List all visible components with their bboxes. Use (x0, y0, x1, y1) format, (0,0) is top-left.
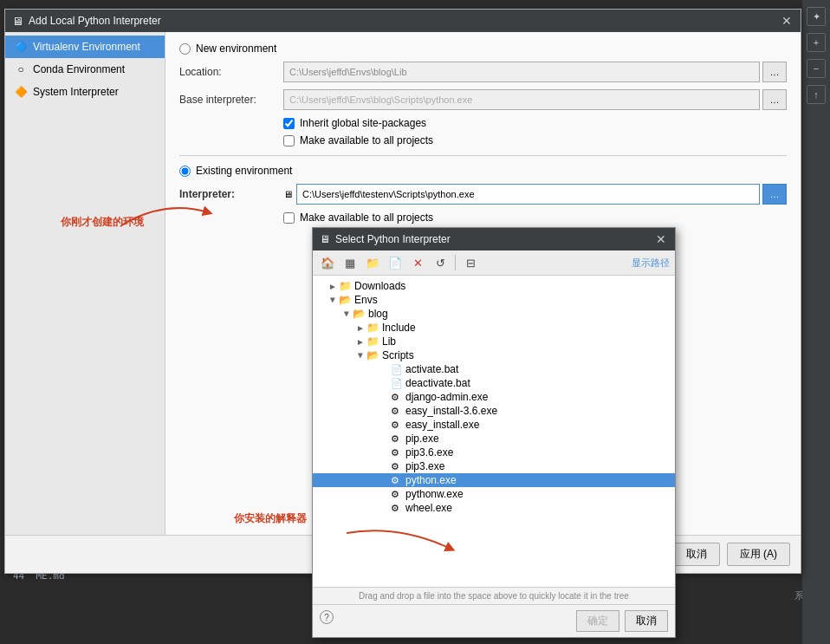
help-icon[interactable]: ? (320, 610, 334, 624)
lib-arrow: ► (354, 337, 366, 347)
tree-item-pip3[interactable]: ► ⚙ pip3.exe (313, 459, 675, 473)
inherit-row: Inherit global site-packages (283, 117, 787, 129)
tree-item-scripts[interactable]: ► 📂 Scripts (313, 348, 675, 362)
blog-label: blog (368, 308, 388, 320)
conda-icon: ○ (14, 62, 28, 76)
dialog-title: Add Local Python Interpreter (29, 15, 161, 27)
toolbar-sep (455, 255, 456, 270)
base-interpreter-input[interactable] (283, 89, 760, 110)
make-available-new-label: Make available to all projects (300, 134, 433, 146)
tree-item-wheel[interactable]: ► ⚙ wheel.exe (313, 501, 675, 515)
new-env-label: New environment (196, 42, 276, 55)
sidebar-item-conda[interactable]: ○ Conda Environment (5, 58, 165, 81)
existing-env-label: Existing environment (196, 165, 292, 177)
tree-item-easy-install[interactable]: ► ⚙ easy_install.exe (313, 418, 675, 432)
tree-item-blog[interactable]: ► 📂 blog (313, 307, 675, 321)
select-dialog-close[interactable]: ✕ (654, 232, 668, 246)
location-input[interactable] (283, 62, 760, 82)
virtualenv-icon: 🔷 (14, 40, 28, 54)
envs-folder-icon: 📂 (339, 294, 352, 306)
pip3-icon: ⚙ (391, 460, 403, 472)
scripts-folder-icon: 📂 (366, 349, 379, 361)
tree-item-pip36[interactable]: ► ⚙ pip3.6.exe (313, 446, 675, 459)
tree-item-django-admin[interactable]: ► ⚙ django-admin.exe (313, 390, 675, 404)
toolbar-collapse-btn[interactable]: ⊟ (461, 253, 480, 272)
python-exe-icon: ⚙ (391, 474, 403, 486)
inherit-checkbox[interactable] (283, 118, 295, 129)
easy-install-36-label: easy_install-3.6.exe (405, 405, 497, 417)
django-admin-icon: ⚙ (391, 391, 403, 403)
interpreter-input[interactable] (296, 184, 760, 205)
main-dialog-close[interactable]: ✕ (780, 14, 794, 28)
toolbar-view-btn[interactable]: ▦ (340, 253, 360, 272)
select-dialog-titlebar: 🖥 Select Python Interpreter ✕ (313, 228, 675, 250)
select-cancel-button[interactable]: 取消 (625, 610, 668, 632)
select-dialog-icon: 🖥 (320, 233, 330, 245)
pip3-label: pip3.exe (405, 460, 444, 472)
make-available-new-checkbox[interactable] (283, 135, 295, 146)
scripts-arrow: ► (356, 349, 366, 361)
tree-item-lib[interactable]: ► 📁 Lib (313, 335, 675, 348)
tree-item-include[interactable]: ► 📁 Include (313, 321, 675, 335)
new-env-radio-row: New environment (179, 42, 787, 55)
toolbar-home-btn[interactable]: 🏠 (318, 253, 337, 272)
make-available-existing-label: Make available to all projects (300, 211, 433, 224)
apply-button[interactable]: 应用 (A) (727, 543, 790, 566)
tree-item-deactivate-bat[interactable]: ► 📄 deactivate.bat (313, 376, 675, 390)
blog-arrow: ► (342, 308, 352, 320)
titlebar-left: 🖥 Add Local Python Interpreter (12, 15, 161, 28)
tree-item-pythonw[interactable]: ► ⚙ pythonw.exe (313, 487, 675, 501)
sidebar: 🔷 Virtualenv Environment ○ Conda Environ… (5, 32, 165, 535)
blog-folder-icon: 📂 (353, 308, 366, 320)
tree-item-easy-install-36[interactable]: ► ⚙ easy_install-3.6.exe (313, 404, 675, 418)
toolbar-new-folder-btn[interactable]: 📁 (363, 253, 382, 272)
dialog-icon: 🖥 (12, 15, 23, 28)
select-toolbar: 🏠 ▦ 📁 📄 ✕ ↺ ⊟ 显示路径 (313, 250, 675, 276)
tree-item-downloads[interactable]: ► 📁 Downloads (313, 279, 675, 293)
tree-item-pip[interactable]: ► ⚙ pip.exe (313, 432, 675, 446)
tree-item-python[interactable]: ► ⚙ python.exe (313, 473, 675, 487)
deactivate-bat-label: deactivate.bat (405, 377, 470, 389)
base-interpreter-label: Base interpreter: (179, 94, 283, 106)
include-arrow: ► (354, 323, 366, 333)
select-dialog-titlebar-left: 🖥 Select Python Interpreter (320, 233, 451, 245)
toolbar-refresh-btn[interactable]: ↺ (431, 253, 450, 272)
wheel-icon: ⚙ (391, 502, 403, 514)
sidebar-item-label-conda: Conda Environment (33, 63, 125, 75)
easy-install-label: easy_install.exe (405, 419, 479, 431)
interpreter-browse-btn[interactable]: … (762, 184, 787, 205)
make-available-row-existing: Make available to all projects (283, 211, 787, 224)
scripts-label: Scripts (382, 349, 414, 361)
easy-install-36-icon: ⚙ (391, 405, 403, 417)
tree-item-envs[interactable]: ► 📂 Envs (313, 293, 675, 307)
tree-area[interactable]: ► 📁 Downloads ► 📂 Envs ► 📂 blog ► 📁 Incl… (313, 276, 675, 588)
easy-install-icon: ⚙ (391, 419, 403, 431)
existing-env-radio[interactable] (179, 166, 191, 177)
toolbar-minus-btn[interactable]: − (807, 59, 826, 78)
sidebar-item-label-system: System Interpreter (33, 86, 119, 98)
toolbar-new-file-btn[interactable]: 📄 (386, 253, 405, 272)
toolbar-up-btn[interactable]: ↑ (807, 85, 826, 104)
downloads-folder-icon: 📁 (339, 280, 352, 292)
sidebar-item-system[interactable]: 🔶 System Interpreter (5, 81, 165, 103)
show-path-label[interactable]: 显示路径 (632, 257, 670, 270)
cancel-button[interactable]: 取消 (673, 543, 720, 566)
make-available-existing-checkbox[interactable] (283, 212, 295, 224)
toolbar-star-btn[interactable]: ✦ (807, 7, 826, 26)
annotation-installed-interpreter: 你安装的解释器 (234, 511, 307, 526)
include-label: Include (382, 322, 416, 334)
python-exe-label: python.exe (405, 474, 457, 486)
drag-hint: Drag and drop a file into the space abov… (313, 588, 675, 605)
select-ok-button[interactable]: 确定 (576, 610, 619, 632)
new-env-radio[interactable] (179, 43, 191, 55)
sidebar-item-virtualenv[interactable]: 🔷 Virtualenv Environment (5, 36, 165, 58)
toolbar-add-btn[interactable]: + (807, 33, 826, 52)
toolbar-delete-btn[interactable]: ✕ (408, 253, 427, 272)
location-label: Location: (179, 66, 283, 78)
base-interpreter-browse-btn[interactable]: … (762, 89, 787, 110)
tree-item-activate-bat[interactable]: ► 📄 activate.bat (313, 362, 675, 376)
make-available-row-new: Make available to all projects (283, 134, 787, 146)
existing-env-radio-row: Existing environment (179, 165, 787, 177)
location-browse-btn[interactable]: … (762, 62, 787, 82)
pip36-icon: ⚙ (391, 446, 403, 459)
